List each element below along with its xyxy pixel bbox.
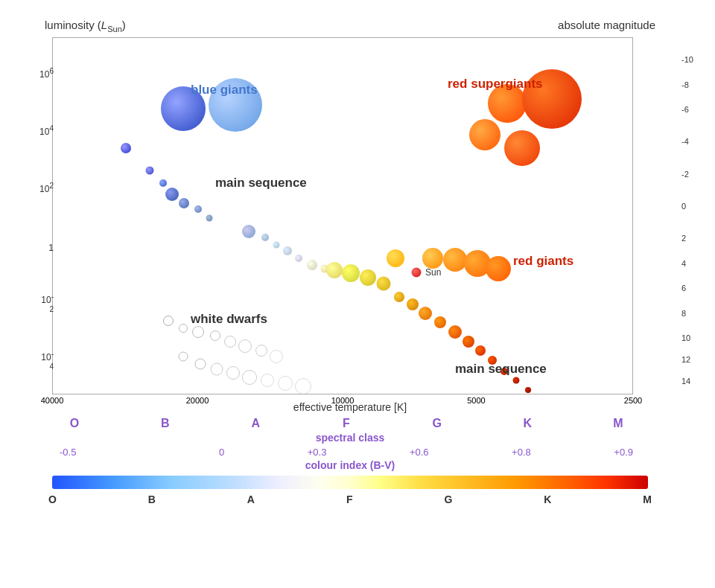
star-wd-14 [261,374,274,387]
main-sequence-top-label: main sequence [215,176,307,191]
star-ms-4 [165,188,179,201]
cb-B: B [148,493,156,505]
chart-area: Sun [52,37,633,394]
spectral-class-label: spectral class [45,432,655,444]
star-ms-8 [217,217,229,229]
y-axis-left: 106 104 102 1 10-2 10-4 [45,37,52,394]
star-wd-5 [224,336,236,348]
y-tick-1e2: 102 [39,181,54,194]
chart-container: luminosity (LSun) absolute magnitude Sun [45,15,655,402]
ci-minus05: -0.5 [60,447,76,458]
star-ms-6 [194,205,202,213]
y-tick-1e4: 104 [39,124,54,136]
star-ms-17 [326,262,343,278]
star-wd-9 [179,352,188,362]
spectral-O: O [60,417,89,430]
color-bar [52,476,648,489]
star-ms-14 [295,255,302,262]
star-wd-2 [179,324,188,333]
y-tick-1e6: 106 [39,67,54,80]
star-ms-11 [261,234,269,241]
cb-G: G [444,493,452,505]
spectral-K: K [512,417,542,430]
star-ms-20 [377,277,391,291]
star-rsg-3 [469,119,500,150]
cb-M: M [643,493,652,505]
star-ms-23 [419,307,432,320]
red-giants-label: red giants [513,254,573,269]
star-ms-31 [525,387,531,393]
spectral-M: M [603,417,633,430]
cb-O: O [48,493,57,505]
star-ms-3 [159,179,167,187]
star-wd-6 [238,339,252,353]
cb-F: F [346,493,353,505]
star-sun [412,268,422,278]
star-ms-24 [434,316,446,328]
star-wd-13 [242,370,257,385]
star-ms-13 [283,246,292,255]
bottom-section: O B A F G K M spectral class -0.5 0 +0.3… [45,417,655,505]
ci-06: +0.6 [410,447,429,458]
star-ms-19 [360,269,376,286]
star-wd-15 [278,376,293,391]
star-wd-16 [295,378,311,394]
red-supergiants-label: red supergiants [448,77,543,92]
luminosity-label: luminosity (LSun) [45,19,126,33]
star-wd-7 [255,345,267,357]
star-ms-5 [179,198,189,208]
star-ms-2 [146,167,154,175]
color-index-label: colour index (B-V) [45,459,655,471]
y-tick-1em2: 10-2 [41,293,54,318]
color-bar-letters: O B A F G K M [45,493,655,505]
star-ms-7 [206,215,213,222]
star-ms-26 [463,336,474,348]
star-wd-10 [195,359,206,370]
ci-09: +0.9 [614,447,633,458]
luminosity-l: LSun [101,19,122,31]
ci-08: +0.8 [512,447,531,458]
star-wd-11 [211,363,223,376]
ci-0: 0 [219,447,224,458]
spectral-F: F [331,417,361,430]
magnitude-label: absolute magnitude [558,19,655,31]
star-ms-22 [407,298,419,310]
star-wd-8 [270,350,283,363]
y-tick-1: 1 [48,243,54,253]
ci-03: +0.3 [308,447,327,458]
star-ms-1 [121,143,131,153]
spectral-letters-row: O B A F G K M [45,417,655,430]
y-tick-1em4: 10-4 [41,350,54,375]
x-axis-label: effective temperature [K] [293,401,407,413]
cb-A: A [247,493,255,505]
main-sequence-bottom-label: main sequence [455,362,547,377]
star-ms-21 [394,292,404,302]
star-wd-4 [210,330,220,341]
blue-giants-label: blue giants [191,83,258,98]
spectral-A: A [241,417,270,430]
sun-label: Sun [425,267,441,278]
star-wd-3 [192,326,204,338]
color-bar-container [45,476,655,489]
white-dwarfs-label: white dwarfs [191,312,267,327]
star-ms-27 [475,345,486,356]
star-ms-12 [273,242,280,249]
star-wd-1 [163,316,174,326]
star-rsg-4 [504,130,540,166]
star-ms-10 [242,225,255,238]
spectral-G: G [422,417,452,430]
star-ms-15 [307,260,317,270]
star-rg-4 [486,256,511,281]
star-wd-12 [226,366,240,380]
star-ms-9 [233,223,242,232]
star-rg-2 [443,248,467,272]
color-index-row: -0.5 0 +0.3 +0.6 +0.8 +0.9 [45,447,655,458]
star-ms-25 [448,325,462,339]
star-ms-18 [342,264,360,282]
star-rg-1 [422,248,443,269]
spectral-B: B [150,417,180,430]
star-rg-5 [387,249,404,267]
cb-K: K [544,493,551,505]
star-ms-30 [513,377,520,384]
